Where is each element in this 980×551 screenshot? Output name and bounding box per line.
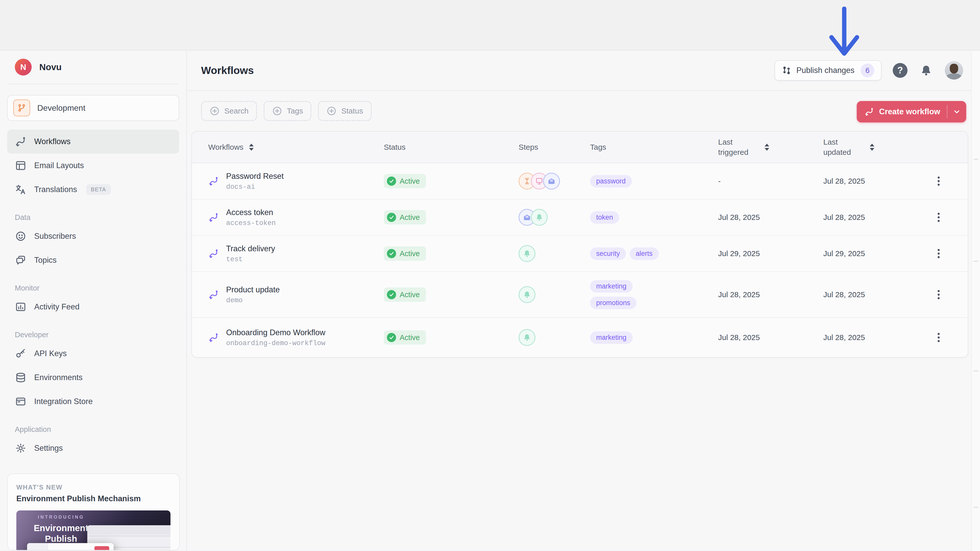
topics-icon bbox=[15, 254, 27, 266]
promo-kicker: INTRODUCING bbox=[22, 514, 100, 520]
row-menu-button[interactable] bbox=[928, 213, 940, 222]
table-row[interactable]: Track delivery test Active security aler… bbox=[192, 236, 968, 272]
steps-cell bbox=[519, 329, 590, 346]
table-header-row: Workflows Status Steps Tags Last trigger… bbox=[192, 132, 968, 163]
column-header-status: Status bbox=[384, 143, 519, 151]
create-workflow-button[interactable]: Create workflow bbox=[857, 101, 966, 122]
table-row[interactable]: Password Reset docs-ai Active bbox=[192, 163, 968, 200]
filter-label: Search bbox=[224, 106, 248, 115]
section-label-developer: Developer bbox=[15, 330, 186, 339]
section-label-data: Data bbox=[15, 213, 186, 222]
email-step-envelope-icon bbox=[543, 173, 560, 189]
toolbar: Search Tags Status bbox=[187, 91, 980, 122]
sidebar-item-translations[interactable]: Translations BETA bbox=[7, 178, 179, 202]
sidebar-item-label: Translations bbox=[34, 185, 77, 194]
row-menu-button[interactable] bbox=[928, 290, 940, 299]
workflow-name: Access token bbox=[226, 208, 275, 217]
column-header-workflows[interactable]: Workflows bbox=[192, 143, 384, 151]
sidebar-item-label: Activity Feed bbox=[34, 302, 80, 311]
sidebar-item-label: Email Layouts bbox=[34, 161, 84, 170]
git-branch-icon bbox=[13, 100, 30, 116]
sidebar-item-email-layouts[interactable]: Email Layouts bbox=[7, 154, 179, 178]
sidebar-item-settings[interactable]: Settings bbox=[7, 436, 179, 460]
sidebar-nav: Workflows Email Layouts Tran bbox=[0, 130, 186, 202]
sidebar-item-label: Environments bbox=[34, 373, 83, 382]
sidebar-item-activity-feed[interactable]: Activity Feed bbox=[7, 295, 179, 319]
workflow-slug: docs-ai bbox=[226, 183, 284, 191]
sidebar-item-workflows[interactable]: Workflows bbox=[7, 130, 179, 154]
section-label-monitor: Monitor bbox=[15, 284, 186, 292]
workflow-icon bbox=[208, 332, 219, 343]
check-circle-icon bbox=[387, 333, 396, 342]
filter-label: Tags bbox=[287, 106, 303, 115]
help-button[interactable]: ? bbox=[893, 63, 907, 78]
workflow-name-cell: Password Reset docs-ai bbox=[192, 171, 384, 191]
column-header-last-triggered[interactable]: Last triggered bbox=[718, 137, 823, 158]
sidebar-item-environments[interactable]: Environments bbox=[7, 365, 179, 389]
create-workflow-dropdown[interactable] bbox=[947, 101, 966, 122]
environment-selector[interactable]: Development bbox=[7, 95, 179, 121]
sidebar-item-integration-store[interactable]: Integration Store bbox=[7, 389, 179, 413]
status-cell: Active bbox=[384, 174, 519, 188]
publish-changes-button[interactable]: Publish changes 6 bbox=[775, 60, 882, 81]
column-label: Steps bbox=[519, 143, 538, 151]
column-header-last-updated[interactable]: Last updated bbox=[823, 137, 928, 158]
row-menu-button[interactable] bbox=[928, 333, 940, 342]
row-menu-button[interactable] bbox=[928, 249, 940, 258]
column-label: Status bbox=[384, 143, 406, 151]
workflow-name-cell: Access token access-token bbox=[192, 208, 384, 227]
brand-name: Novu bbox=[39, 62, 62, 72]
tag-badge: promotions bbox=[590, 297, 636, 309]
filter-tags[interactable]: Tags bbox=[264, 101, 311, 121]
steps-cell bbox=[519, 286, 590, 303]
gear-icon bbox=[15, 442, 27, 454]
workflow-icon bbox=[208, 248, 219, 259]
tags-cell: security alerts bbox=[590, 248, 718, 260]
question-mark-icon: ? bbox=[897, 65, 903, 76]
tag-badge: marketing bbox=[590, 331, 633, 344]
tag-badge: password bbox=[590, 175, 632, 187]
main-content: Workflows Publish changes 6 ? bbox=[187, 51, 980, 551]
last-triggered: Jul 29, 2025 bbox=[718, 249, 823, 258]
in-app-step-bell-icon bbox=[531, 209, 548, 226]
tags-cell: password bbox=[590, 175, 718, 187]
notifications-button[interactable] bbox=[919, 63, 934, 78]
table-row[interactable]: Onboarding Demo Workflow onboarding-demo… bbox=[192, 318, 968, 357]
filter-search[interactable]: Search bbox=[201, 101, 257, 121]
row-menu-button[interactable] bbox=[928, 176, 940, 186]
activity-chart-icon bbox=[15, 301, 27, 313]
status-cell: Active bbox=[384, 330, 519, 345]
sidebar-item-api-keys[interactable]: API Keys bbox=[7, 341, 179, 365]
status-label: Active bbox=[400, 333, 420, 342]
database-icon bbox=[15, 372, 27, 383]
workflow-name: Track delivery bbox=[226, 244, 275, 253]
user-avatar[interactable] bbox=[945, 61, 963, 79]
workflow-name: Product update bbox=[226, 285, 280, 294]
check-circle-icon bbox=[387, 249, 396, 258]
sidebar-item-label: Subscribers bbox=[34, 232, 76, 241]
scrollbar-gutter[interactable] bbox=[971, 51, 980, 551]
workflow-icon bbox=[208, 212, 219, 223]
status-badge: Active bbox=[384, 210, 426, 224]
whats-new-promo-image: INTRODUCING Environment Publish Mechanis… bbox=[16, 510, 170, 551]
filter-status[interactable]: Status bbox=[318, 101, 371, 121]
sort-icon[interactable] bbox=[249, 144, 254, 151]
workflows-table: Workflows Status Steps Tags Last trigger… bbox=[191, 131, 968, 358]
status-cell: Active bbox=[384, 246, 519, 261]
column-label: Last triggered bbox=[718, 137, 759, 158]
check-circle-icon bbox=[387, 176, 396, 186]
publish-changes-label: Publish changes bbox=[797, 66, 855, 75]
create-workflow-main[interactable]: Create workflow bbox=[857, 107, 947, 117]
steps-cell bbox=[519, 173, 590, 189]
sort-icon[interactable] bbox=[870, 144, 874, 151]
tag-badge: token bbox=[590, 211, 619, 224]
table-row[interactable]: Product update demo Active marketing pro… bbox=[192, 272, 968, 318]
status-badge: Active bbox=[384, 174, 426, 188]
column-label: Tags bbox=[590, 143, 606, 151]
workflow-name: Password Reset bbox=[226, 171, 284, 181]
table-row[interactable]: Access token access-token Active token bbox=[192, 200, 968, 236]
sidebar-item-topics[interactable]: Topics bbox=[7, 248, 179, 272]
sort-icon[interactable] bbox=[765, 144, 769, 151]
whats-new-card[interactable]: WHAT'S NEW Environment Publish Mechanism… bbox=[7, 473, 180, 551]
sidebar-item-subscribers[interactable]: Subscribers bbox=[7, 224, 179, 248]
